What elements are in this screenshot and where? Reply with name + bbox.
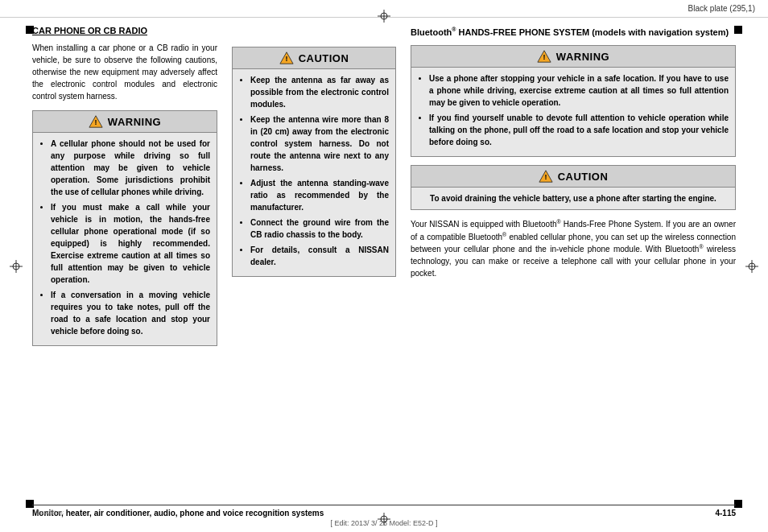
- middle-caution-list: Keep the antenna as far away as possible…: [239, 74, 389, 268]
- right-caution-box: ! CAUTION To avoid draining the vehicle …: [411, 165, 736, 210]
- body-sup-1: ®: [556, 219, 560, 225]
- car-phone-intro: When installing a car phone or a CB radi…: [32, 42, 217, 102]
- left-warning-list: A cellular phone should not be used for …: [39, 138, 210, 337]
- left-warning-item-2: If you must make a call while your vehic…: [51, 201, 210, 286]
- right-caution-body: To avoid draining the vehicle battery, u…: [411, 188, 735, 209]
- reg-mark-left: [10, 260, 23, 273]
- right-caution-text: To avoid draining the vehicle battery, u…: [418, 192, 729, 204]
- page: Black plate (295,1): [0, 0, 768, 532]
- left-warning-header: ! WARNING: [33, 111, 217, 133]
- footer-page-label: 4-115: [715, 509, 736, 518]
- right-warning-body: Use a phone after stopping your vehicle …: [411, 68, 735, 156]
- left-warning-body: A cellular phone should not be used for …: [33, 133, 217, 345]
- right-warning-box: ! WARNING Use a phone after stopping you…: [411, 45, 736, 157]
- right-warning-header: ! WARNING: [411, 46, 735, 68]
- middle-caution-item-3: Adjust the antenna standing-wave ratio a…: [250, 177, 389, 213]
- body-text-1: Your NISSAN is equipped with Bluetooth® …: [411, 220, 736, 278]
- bluetooth-body-text: Your NISSAN is equipped with Bluetooth® …: [411, 218, 736, 279]
- right-caution-header: ! CAUTION: [411, 166, 735, 188]
- footer-edit-label: [ Edit: 2013/ 3/ 26 Model: E52-D ]: [330, 519, 437, 527]
- middle-caution-item-5: For details, consult a NISSAN dealer.: [250, 244, 389, 268]
- left-warning-box: ! WARNING A cellular phone should not be…: [32, 110, 217, 346]
- warning-triangle-icon: !: [89, 114, 103, 129]
- reg-mark-top: [378, 10, 390, 23]
- right-warning-item-2: If you find yourself unable to devote fu…: [429, 112, 729, 148]
- bluetooth-sup-1: ®: [452, 27, 456, 32]
- middle-caution-box: ! CAUTION Keep the antenna as far away a…: [232, 47, 396, 277]
- svg-text:!: !: [543, 54, 545, 62]
- left-warning-item-3: If a conversation in a moving vehicle re…: [51, 289, 210, 337]
- left-column: CAR PHONE OR CB RADIO When installing a …: [32, 23, 225, 501]
- footer: Monitor, heater, air conditioner, audio,…: [32, 505, 736, 518]
- footer-system-label: Monitor, heater, air conditioner, audio,…: [32, 509, 324, 518]
- warning-triangle-icon-right: !: [537, 49, 551, 64]
- right-warning-title: WARNING: [556, 51, 609, 63]
- body-sup-2: ®: [502, 231, 506, 237]
- right-warning-list: Use a phone after stopping your vehicle …: [418, 72, 729, 148]
- middle-caution-title: CAUTION: [299, 52, 349, 64]
- caution-triangle-icon-right: !: [539, 169, 553, 184]
- middle-column: ! CAUTION Keep the antenna as far away a…: [225, 23, 403, 501]
- body-sup-3: ®: [699, 244, 703, 250]
- middle-caution-item-1: Keep the antenna as far away as possible…: [250, 74, 389, 110]
- middle-caution-body: Keep the antenna as far away as possible…: [233, 69, 395, 276]
- main-content: CAR PHONE OR CB RADIO When installing a …: [32, 23, 736, 501]
- footer-condition-label: Condition:: [35, 509, 64, 516]
- bluetooth-heading-text: Bluetooth® HANDS-FREE PHONE SYSTEM (mode…: [411, 27, 729, 37]
- left-warning-item-1: A cellular phone should not be used for …: [51, 138, 210, 198]
- left-warning-title: WARNING: [108, 116, 161, 128]
- middle-caution-item-4: Connect the ground wire from the CB radi…: [250, 217, 389, 241]
- svg-text:!: !: [94, 119, 97, 127]
- plate-label: Black plate (295,1): [688, 4, 755, 13]
- right-warning-item-1: Use a phone after stopping your vehicle …: [429, 72, 729, 109]
- caution-triangle-icon-mid: !: [279, 51, 294, 65]
- right-column: Bluetooth® HANDS-FREE PHONE SYSTEM (mode…: [403, 23, 736, 501]
- svg-text:!: !: [285, 56, 287, 64]
- reg-mark-right: [745, 260, 758, 273]
- right-caution-title: CAUTION: [558, 171, 609, 183]
- middle-caution-header: ! CAUTION: [233, 47, 395, 69]
- car-phone-heading: CAR PHONE OR CB RADIO: [32, 26, 217, 35]
- svg-text:!: !: [544, 174, 547, 182]
- middle-caution-item-2: Keep the antenna wire more than 8 in (20…: [250, 113, 389, 174]
- bluetooth-heading: Bluetooth® HANDS-FREE PHONE SYSTEM (mode…: [411, 26, 736, 39]
